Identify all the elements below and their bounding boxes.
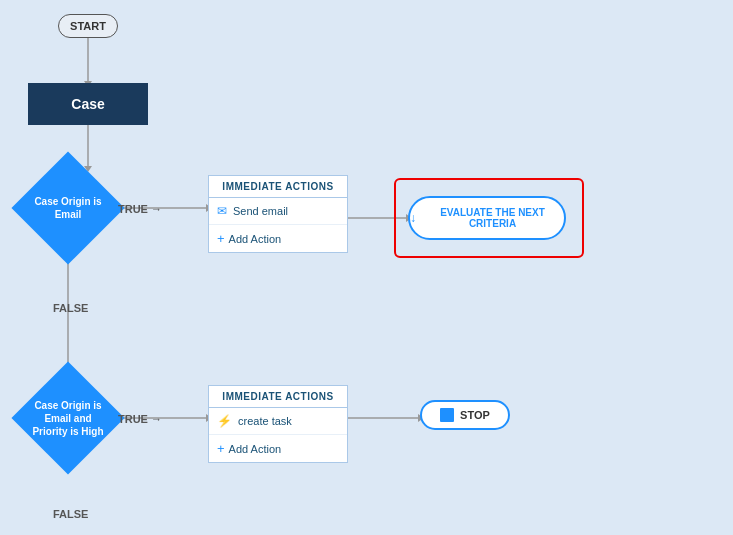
stop-button[interactable]: STOP [420,400,510,430]
diamond1-wrapper: Case Origin is Email [28,168,108,248]
case-label: Case [71,96,104,112]
email-icon: ✉ [217,204,227,218]
true-label-1: TRUE → [118,203,162,215]
diamond2-label[interactable]: Case Origin is Email and Priority is Hig… [28,378,108,458]
eval-arrow-icon: ↓ [410,211,416,225]
workflow-canvas: START Case Case Origin is Email TRUE → F… [0,0,733,535]
evaluate-next-criteria-button[interactable]: ↓ EVALUATE THE NEXT CRITERIA [408,196,566,240]
add-action-2-item[interactable]: + Add Action [209,435,347,462]
evaluate-btn-label: EVALUATE THE NEXT CRITERIA [421,207,564,229]
start-label: START [70,20,106,32]
create-task-label: create task [238,415,292,427]
add-action-2-label: Add Action [229,443,282,455]
send-email-item[interactable]: ✉ Send email [209,198,347,225]
diamond1-label[interactable]: Case Origin is Email [28,168,108,248]
false-label-2: FALSE [53,508,88,520]
send-email-label: Send email [233,205,288,217]
actions-box-2: IMMEDIATE ACTIONS ⚡ create task + Add Ac… [208,385,348,463]
task-icon: ⚡ [217,414,232,428]
add-action-1-item[interactable]: + Add Action [209,225,347,252]
true-label-2: TRUE → [118,413,162,425]
false-label-1: FALSE [53,302,88,314]
stop-square-icon [440,408,454,422]
diamond2-wrapper: Case Origin is Email and Priority is Hig… [28,378,108,458]
add-action-1-label: Add Action [229,233,282,245]
add-icon-1: + [217,231,225,246]
connector-lines [0,0,733,535]
actions-box-1: IMMEDIATE ACTIONS ✉ Send email + Add Act… [208,175,348,253]
start-node: START [58,14,118,38]
actions-box-1-header: IMMEDIATE ACTIONS [209,176,347,198]
create-task-item[interactable]: ⚡ create task [209,408,347,435]
case-node[interactable]: Case [28,83,148,125]
add-icon-2: + [217,441,225,456]
stop-label: STOP [460,409,490,421]
actions-box-2-header: IMMEDIATE ACTIONS [209,386,347,408]
